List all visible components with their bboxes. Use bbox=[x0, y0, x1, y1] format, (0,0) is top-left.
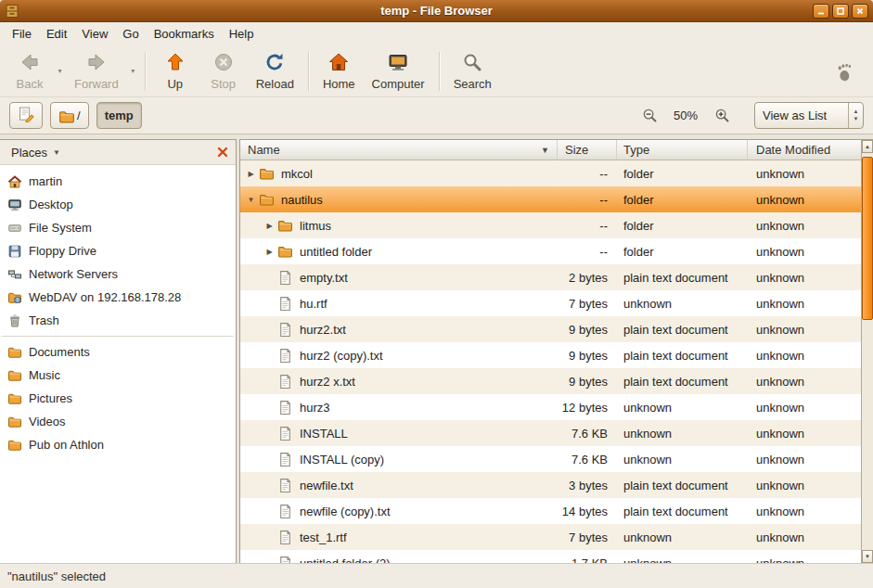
back-button[interactable]: Back bbox=[6, 48, 54, 95]
back-history-dropdown[interactable]: ▾ bbox=[54, 48, 66, 95]
file-icon bbox=[277, 426, 293, 441]
sidebar-item-martin[interactable]: martin bbox=[0, 170, 236, 193]
webdav-icon bbox=[7, 290, 22, 305]
folder-icon bbox=[259, 192, 275, 208]
path-button-root[interactable]: / bbox=[50, 102, 89, 129]
file-icon bbox=[277, 270, 293, 286]
menu-go[interactable]: Go bbox=[115, 24, 146, 44]
sidebar-item-network-servers[interactable]: Network Servers bbox=[0, 262, 236, 286]
toolbar: Back ▾ Forward ▾ Up Stop Reload Home Com… bbox=[0, 45, 873, 97]
scrollbar-thumb[interactable] bbox=[862, 157, 873, 320]
table-row[interactable]: hu.rtf 7 bytes unknown unknown bbox=[240, 290, 861, 316]
sidebar-item-pictures[interactable]: Pictures bbox=[0, 387, 236, 410]
zoom-in-button[interactable] bbox=[711, 105, 733, 127]
table-row[interactable]: newfile.txt 3 bytes plain text document … bbox=[240, 472, 861, 498]
up-button[interactable]: Up bbox=[151, 48, 199, 95]
scroll-up-button[interactable]: ▲ bbox=[862, 140, 873, 153]
file-icon bbox=[277, 530, 293, 545]
folder-icon bbox=[259, 166, 275, 182]
sidebar-close-button[interactable] bbox=[216, 146, 229, 159]
back-arrow-icon bbox=[19, 51, 41, 76]
table-row[interactable]: hurz2 (copy).txt 9 bytes plain text docu… bbox=[240, 342, 861, 368]
table-row[interactable]: ▶ litmus -- folder unknown bbox=[240, 212, 861, 238]
table-row[interactable]: untitled folder (2) 1.7 KB unknown unkno… bbox=[240, 550, 861, 563]
table-row[interactable]: ▼ nautilus -- folder unknown bbox=[240, 186, 861, 212]
file-cabinet-icon bbox=[5, 4, 19, 19]
maximize-button[interactable] bbox=[832, 4, 849, 19]
menu-edit[interactable]: Edit bbox=[39, 24, 74, 44]
desktop-icon bbox=[7, 198, 22, 212]
file-icon bbox=[277, 348, 293, 364]
computer-button[interactable]: Computer bbox=[364, 48, 433, 95]
path-button-current[interactable]: temp bbox=[96, 102, 142, 129]
file-icon bbox=[277, 322, 293, 338]
sidebar-item-documents[interactable]: Documents bbox=[0, 340, 236, 364]
view-mode-dropdown[interactable]: View as List ▲▼ bbox=[754, 102, 864, 129]
stop-icon bbox=[212, 51, 235, 76]
table-row[interactable]: hurz2 x.txt 9 bytes plain text document … bbox=[240, 368, 861, 394]
sidebar-item-webdav-on-192-168-178-28[interactable]: WebDAV on 192.168.178.28 bbox=[0, 286, 236, 309]
toolbar-separator bbox=[145, 52, 146, 91]
expander-icon[interactable]: ▶ bbox=[244, 170, 258, 178]
home-button[interactable]: Home bbox=[315, 48, 364, 95]
expander-icon[interactable]: ▶ bbox=[263, 222, 276, 230]
file-icon bbox=[277, 400, 293, 415]
sidebar-separator bbox=[2, 336, 234, 337]
location-bar: / temp 50% View as List ▲▼ bbox=[0, 97, 873, 134]
sidebar-item-trash[interactable]: Trash bbox=[0, 309, 236, 332]
column-header-name[interactable]: Name ▼ bbox=[240, 140, 558, 160]
expander-icon[interactable]: ▼ bbox=[244, 196, 258, 204]
table-row[interactable]: ▶ untitled folder -- folder unknown bbox=[240, 238, 861, 264]
status-text: "nautilus" selected bbox=[7, 569, 106, 583]
stop-button[interactable]: Stop bbox=[199, 48, 248, 95]
search-button[interactable]: Search bbox=[445, 48, 500, 95]
file-icon bbox=[277, 296, 293, 312]
table-row[interactable]: test_1.rtf 7 bytes unknown unknown bbox=[240, 524, 861, 550]
folder-icon bbox=[277, 244, 293, 260]
table-row[interactable]: empty.txt 2 bytes plain text document un… bbox=[240, 264, 861, 290]
scrollbar-trough[interactable] bbox=[862, 153, 873, 550]
table-row[interactable]: ▶ mkcol -- folder unknown bbox=[240, 160, 861, 186]
file-icon bbox=[277, 504, 293, 519]
zoom-level: 50% bbox=[669, 109, 702, 122]
minimize-button[interactable] bbox=[813, 4, 829, 19]
table-row[interactable]: INSTALL 7.6 KB unknown unknown bbox=[240, 420, 861, 446]
sidebar-item-pub-on-athlon[interactable]: Pub on Athlon bbox=[0, 433, 236, 456]
expander-icon[interactable]: ▶ bbox=[263, 248, 276, 256]
titlebar[interactable]: temp - File Browser bbox=[0, 0, 873, 22]
edit-location-icon bbox=[18, 106, 34, 125]
scroll-down-button[interactable]: ▼ bbox=[862, 550, 873, 563]
zoom-out-button[interactable] bbox=[638, 105, 661, 127]
search-icon bbox=[461, 51, 483, 76]
vertical-scrollbar[interactable]: ▲ ▼ bbox=[861, 140, 873, 563]
toggle-location-entry-button[interactable] bbox=[9, 102, 43, 129]
table-row[interactable]: hurz3 12 bytes unknown unknown bbox=[240, 394, 861, 420]
close-button[interactable] bbox=[852, 4, 868, 19]
sidebar-item-file-system[interactable]: File System bbox=[0, 216, 236, 239]
file-icon bbox=[277, 374, 293, 390]
column-header-date-modified[interactable]: Date Modified bbox=[748, 140, 861, 160]
network-icon bbox=[7, 267, 22, 282]
sidebar-item-floppy-drive[interactable]: Floppy Drive bbox=[0, 239, 236, 262]
forward-button[interactable]: Forward bbox=[66, 48, 127, 95]
menu-file[interactable]: File bbox=[5, 24, 39, 44]
sidebar-view-selector[interactable]: Places ▼ bbox=[6, 144, 65, 161]
menu-view[interactable]: View bbox=[74, 24, 115, 44]
sidebar-item-desktop[interactable]: Desktop bbox=[0, 193, 236, 216]
table-row[interactable]: newfile (copy).txt 14 bytes plain text d… bbox=[240, 498, 861, 524]
table-row[interactable]: INSTALL (copy) 7.6 KB unknown unknown bbox=[240, 446, 861, 472]
reload-button[interactable]: Reload bbox=[248, 48, 302, 95]
sidebar-item-music[interactable]: Music bbox=[0, 364, 236, 387]
menu-bookmarks[interactable]: Bookmarks bbox=[147, 24, 222, 44]
table-row[interactable]: hurz2.txt 9 bytes plain text document un… bbox=[240, 316, 861, 342]
folder-icon bbox=[7, 438, 22, 453]
column-header-type[interactable]: Type bbox=[617, 140, 748, 160]
column-header-size[interactable]: Size bbox=[558, 140, 617, 160]
forward-arrow-icon bbox=[85, 51, 108, 76]
list-header: Name ▼ Size Type Date Modified bbox=[240, 140, 861, 160]
menu-help[interactable]: Help bbox=[222, 24, 262, 44]
forward-history-dropdown[interactable]: ▾ bbox=[127, 48, 139, 95]
sidebar-item-videos[interactable]: Videos bbox=[0, 410, 236, 433]
folder-icon bbox=[7, 345, 22, 360]
file-list-pane: Name ▼ Size Type Date Modified ▶ mkcol -… bbox=[239, 139, 873, 563]
